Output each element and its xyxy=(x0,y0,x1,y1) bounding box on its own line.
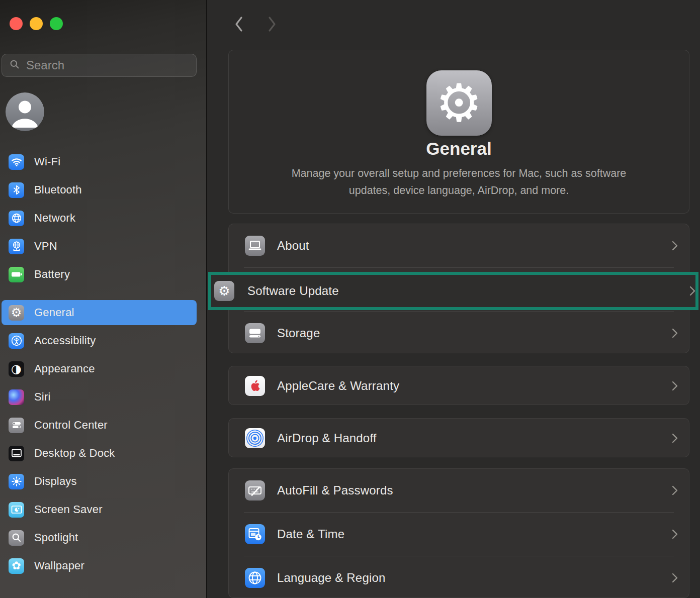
sidebar-item-network[interactable]: Network xyxy=(2,206,197,231)
gear-icon: ⚙ xyxy=(9,305,24,321)
sidebar-item-label: Accessibility xyxy=(34,334,96,347)
sidebar-item-spotlight[interactable]: Spotlight xyxy=(2,525,197,550)
back-button[interactable] xyxy=(233,15,244,35)
close-button[interactable] xyxy=(10,17,23,30)
gear-app-icon: ⚙ xyxy=(426,70,492,136)
sidebar-item-label: Battery xyxy=(34,268,70,281)
row-label: Software Update xyxy=(247,284,339,298)
chevron-right-icon xyxy=(672,485,678,495)
row-label: AppleCare & Warranty xyxy=(277,379,399,393)
airdrop-waves-icon xyxy=(245,428,265,448)
wifi-icon xyxy=(9,154,24,170)
storage-drive-icon xyxy=(245,323,265,343)
history-nav xyxy=(233,15,278,35)
sidebar-item-label: Wi-Fi xyxy=(34,155,60,168)
apple-logo-icon xyxy=(245,376,265,396)
page-title: General xyxy=(229,139,689,159)
sidebar-item-accessibility[interactable]: Accessibility xyxy=(2,328,197,353)
sidebar-item-desktop-dock[interactable]: Desktop & Dock xyxy=(2,441,197,466)
row-label: About xyxy=(277,239,309,253)
page-description: Manage your overall setup and preference… xyxy=(229,165,689,199)
accessibility-icon xyxy=(9,333,24,349)
row-storage[interactable]: Storage xyxy=(229,312,689,353)
toggles-icon xyxy=(9,418,24,433)
settings-group-airdrop: AirDrop & Handoff xyxy=(228,418,689,457)
bluetooth-icon xyxy=(9,182,24,198)
chevron-right-icon xyxy=(672,529,678,539)
row-autofill-passwords[interactable]: AutoFill & Passwords xyxy=(229,469,689,512)
sidebar-item-label: Control Center xyxy=(34,419,108,432)
sidebar-item-label: Screen Saver xyxy=(34,503,103,516)
row-about[interactable]: About xyxy=(229,224,689,267)
siri-icon xyxy=(9,389,24,405)
sidebar-item-screen-saver[interactable]: Screen Saver xyxy=(2,497,197,522)
sidebar-item-label: VPN xyxy=(34,240,57,253)
sidebar-item-appearance[interactable]: ◑ Appearance xyxy=(2,356,197,381)
sidebar-item-siri[interactable]: Siri xyxy=(2,384,197,410)
zoom-button[interactable] xyxy=(50,17,63,30)
sidebar: Search Wi-Fi xyxy=(0,0,206,598)
sidebar-item-label: Spotlight xyxy=(34,531,78,544)
globe-icon xyxy=(9,211,24,226)
settings-group-applecare: AppleCare & Warranty xyxy=(228,366,689,405)
chevron-right-icon xyxy=(672,241,678,251)
chevron-right-icon xyxy=(689,286,695,296)
sidebar-item-bluetooth[interactable]: Bluetooth xyxy=(2,177,197,203)
flower-icon: ✿ xyxy=(9,558,24,574)
row-label: Language & Region xyxy=(277,571,386,585)
sidebar-item-displays[interactable]: Displays xyxy=(2,469,197,494)
sidebar-item-general[interactable]: ⚙ General xyxy=(2,300,197,325)
row-airdrop-handoff[interactable]: AirDrop & Handoff xyxy=(229,419,689,457)
sidebar-item-wallpaper[interactable]: ✿ Wallpaper xyxy=(2,553,197,578)
sidebar-item-label: Displays xyxy=(34,475,77,488)
search-input[interactable]: Search xyxy=(2,54,197,77)
settings-group-system: AutoFill & Passwords Date & Time xyxy=(228,468,689,598)
appearance-icon: ◑ xyxy=(9,361,24,377)
sidebar-item-battery[interactable]: Battery xyxy=(2,262,197,287)
chevron-right-icon xyxy=(672,328,678,338)
row-label: Storage xyxy=(277,326,320,340)
magnifier-icon xyxy=(9,530,24,546)
row-applecare[interactable]: AppleCare & Warranty xyxy=(229,366,689,405)
sidebar-item-control-center[interactable]: Control Center xyxy=(2,413,197,438)
main-panel: ⚙ General Manage your overall setup and … xyxy=(207,0,700,598)
chevron-right-icon xyxy=(672,381,678,391)
sidebar-item-label: Bluetooth xyxy=(34,183,82,196)
row-label: AirDrop & Handoff xyxy=(277,431,377,445)
system-settings-window: Search Wi-Fi xyxy=(0,0,700,598)
search-placeholder: Search xyxy=(26,58,64,72)
window-dock-icon xyxy=(9,446,24,461)
row-label: Date & Time xyxy=(277,527,344,541)
software-update-gear-icon: ⚙ xyxy=(214,281,234,301)
keyboard-pencil-icon xyxy=(245,480,265,501)
page-description-line1: Manage your overall setup and preference… xyxy=(229,165,689,182)
page-description-line2: updates, device language, AirDrop, and m… xyxy=(229,182,689,199)
sidebar-item-wifi[interactable]: Wi-Fi xyxy=(2,149,197,174)
minimize-button[interactable] xyxy=(30,17,43,30)
vpn-globe-icon xyxy=(9,239,24,254)
user-avatar[interactable] xyxy=(6,92,44,131)
chevron-right-icon xyxy=(672,433,678,443)
sidebar-nav: Wi-Fi Bluetooth Network xyxy=(2,149,197,581)
chevron-right-icon xyxy=(672,573,678,583)
sidebar-item-label: Appearance xyxy=(34,362,95,375)
forward-button[interactable] xyxy=(267,15,278,35)
globe-icon xyxy=(245,568,265,588)
sidebar-item-label: Siri xyxy=(34,390,51,404)
laptop-icon xyxy=(245,236,265,256)
calendar-clock-icon xyxy=(245,524,265,544)
general-header-card: ⚙ General Manage your overall setup and … xyxy=(228,50,689,214)
sidebar-item-label: General xyxy=(34,306,74,319)
row-date-time[interactable]: Date & Time xyxy=(229,513,689,556)
sidebar-item-label: Wallpaper xyxy=(34,559,84,572)
sidebar-item-label: Desktop & Dock xyxy=(34,447,115,460)
window-controls xyxy=(10,17,63,30)
row-language-region[interactable]: Language & Region xyxy=(229,556,689,598)
battery-icon xyxy=(9,267,24,282)
sun-icon xyxy=(9,474,24,489)
row-label: AutoFill & Passwords xyxy=(277,483,393,497)
moon-screen-icon xyxy=(9,502,24,518)
software-update-highlight[interactable]: ⚙ Software Update xyxy=(208,272,698,310)
sidebar-item-label: Network xyxy=(34,212,75,225)
sidebar-item-vpn[interactable]: VPN xyxy=(2,234,197,259)
